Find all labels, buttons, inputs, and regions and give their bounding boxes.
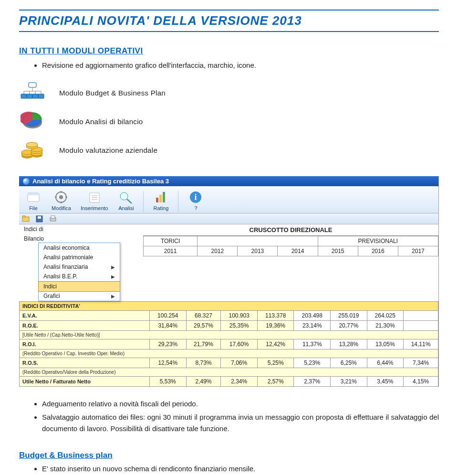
toolbar-inserimento-button[interactable]: Inserimento — [78, 189, 111, 212]
svg-text:i: i — [195, 192, 197, 202]
module-budget-label: Modulo Budget & Business Plan — [59, 89, 166, 97]
intro-bullet: Revisione ed aggiornamento grafico dell'… — [42, 60, 439, 71]
dd-item-analisi-patrimoniale[interactable]: Analisi patrimoniale — [39, 253, 120, 262]
save-icon[interactable] — [35, 215, 44, 222]
svg-rect-36 — [156, 198, 158, 202]
analisi-dropdown: Analisi economica Analisi patrimoniale A… — [38, 243, 120, 301]
svg-rect-38 — [163, 192, 165, 202]
row-label-roe: R.O.E. — [20, 321, 150, 331]
indici-table: INDICI DI REDDITIVITA' E.V.A. 100.254 68… — [19, 301, 438, 387]
cruscotto-title: CRUSCOTTO DIREZIONALE — [143, 224, 438, 236]
piechart-icon — [19, 109, 46, 133]
bilancio-label: Bilancio — [24, 235, 44, 242]
svg-rect-10 — [38, 94, 44, 98]
table-row: E.V.A. 100.254 68.327 100.903 113.378 20… — [20, 311, 438, 321]
toolbar-rating-label: Rating — [154, 205, 169, 211]
row-label-eva: E.V.A. — [20, 311, 150, 321]
page-title: PRINCIPALI NOVITA' DELLA VERSIONE 2013 — [19, 10, 439, 32]
table-row: R.O.E. 31,84% 29,57% 25,35% 19,36% 23,14… — [20, 321, 438, 331]
indici-di-label: Indici di — [24, 226, 43, 233]
orgchart-icon — [19, 81, 46, 105]
budget-bullet: E' stato inserito un nuovo schema di ren… — [42, 463, 439, 475]
app-titlebar: Analisi di bilancio e Rating creditizio … — [19, 176, 438, 186]
svg-point-34 — [120, 192, 128, 200]
module-analisi-label: Modulo Analisi di bilancio — [59, 117, 143, 126]
years-header-table: TORICI PREVISIONALI 2011 2012 2013 2014 … — [143, 236, 438, 256]
svg-rect-42 — [22, 216, 25, 217]
toolbar-file-button[interactable]: File — [22, 189, 45, 212]
post-bullet-1: Adeguamento relativo a novità fiscali de… — [42, 398, 439, 410]
budget-section-title: Budget & Business plan — [19, 451, 439, 460]
svg-rect-0 — [29, 83, 36, 87]
toolbar-rating-button[interactable]: Rating — [149, 189, 172, 212]
row-label-ros: R.O.S. — [20, 358, 150, 368]
table-row: R.O.I. 29,23% 21,79% 17,60% 12,42% 11,37… — [20, 339, 438, 349]
dd-item-grafici[interactable]: Grafici▶ — [39, 291, 120, 301]
svg-point-25 — [59, 195, 63, 199]
dd-item-analisi-finanziaria[interactable]: Analisi finanziaria▶ — [39, 262, 120, 272]
svg-line-35 — [127, 199, 132, 203]
year-2017: 2017 — [398, 246, 438, 256]
dd-item-analisi-economica[interactable]: Analisi economica — [39, 243, 120, 253]
year-2013: 2013 — [238, 246, 278, 256]
app-title: Analisi di bilancio e Rating creditizio … — [32, 178, 169, 185]
toolbar-modifica-label: Modifica — [52, 205, 71, 211]
toolbar-modifica-button[interactable]: Modifica — [49, 189, 74, 212]
year-2012: 2012 — [198, 246, 238, 256]
open-icon[interactable] — [22, 215, 31, 222]
row-label-roi: R.O.I. — [20, 339, 150, 349]
dd-item-analisi-bep[interactable]: Analisi B.E.P.▶ — [39, 272, 120, 281]
table-row: R.O.S. 12,54% 8,73% 7,06% 5,25% 5,23% 6,… — [20, 358, 438, 368]
svg-rect-46 — [51, 216, 55, 218]
module-valutazione-label: Modulo valutazione aziendale — [59, 146, 157, 154]
toolbar-file-label: File — [29, 205, 38, 211]
row-sub-roe: [Utile Netto / (Cap.Netto-Utile Netto)] — [20, 331, 438, 339]
toolbar-inserimento-label: Inserimento — [81, 205, 108, 211]
coins-icon — [19, 138, 46, 162]
row-sub-ros: (Reddito Operativo/Valore della Produzio… — [20, 368, 438, 377]
year-2014: 2014 — [278, 246, 318, 256]
app-screenshot: Analisi di bilancio e Rating creditizio … — [19, 176, 439, 387]
svg-rect-9 — [32, 94, 38, 98]
sub-toolbar — [19, 213, 438, 224]
intro-section-title: IN TUTTI I MODULI OPERATIVI — [19, 46, 439, 56]
svg-rect-23 — [28, 193, 39, 195]
header-storici: TORICI — [144, 236, 198, 246]
header-previsionali: PREVISIONALI — [318, 236, 438, 246]
svg-rect-8 — [27, 94, 32, 98]
year-2011: 2011 — [144, 246, 198, 256]
toolbar-help-label: ? — [194, 205, 197, 211]
section-header-redditivita: INDICI DI REDDITIVITA' — [20, 302, 438, 311]
svg-rect-7 — [21, 94, 27, 98]
toolbar-analisi-label: Analisi — [118, 205, 134, 211]
print-icon[interactable] — [49, 215, 57, 222]
svg-point-21 — [26, 142, 38, 147]
post-bullet-2: Salvataggio automatico dei files: ogni 3… — [42, 412, 439, 434]
svg-rect-44 — [38, 216, 41, 219]
year-2016: 2016 — [358, 246, 398, 256]
table-row: Utile Netto / Fatturato Netto 5,53% 2,49… — [20, 377, 438, 387]
dd-item-indici[interactable]: Indici — [38, 281, 120, 292]
row-sub-roi: (Reddito Operativo / Cap. Investito Oper… — [20, 349, 438, 358]
row-label-utile-fatturato: Utile Netto / Fatturato Netto — [20, 377, 150, 387]
app-icon — [23, 178, 30, 185]
year-2015: 2015 — [318, 246, 358, 256]
toolbar-help-button[interactable]: i ? — [184, 189, 207, 212]
svg-rect-37 — [159, 195, 162, 202]
main-toolbar: File Modifica Inserimento Analisi Rating… — [19, 186, 438, 213]
toolbar-analisi-button[interactable]: Analisi — [114, 189, 137, 212]
